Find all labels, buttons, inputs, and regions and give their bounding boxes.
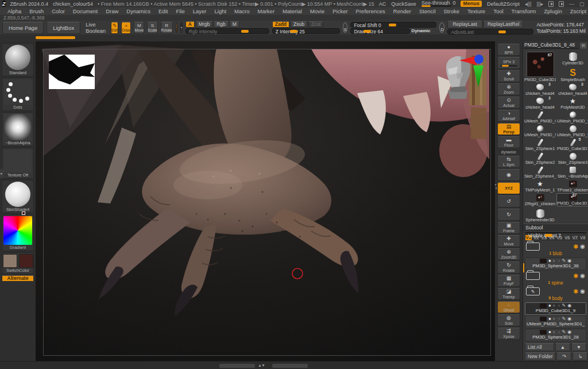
menu-item[interactable]: Transform <box>508 8 540 14</box>
ac-button[interactable]: AC <box>379 1 386 7</box>
menus-button[interactable]: Menus <box>461 1 482 7</box>
rgb-button[interactable]: Rgb <box>214 21 229 28</box>
menu-item[interactable]: Layer <box>189 8 211 14</box>
menu-item[interactable]: Stroke <box>440 8 463 14</box>
tool-item[interactable]: 67 PM3D_Cube3D1 <box>556 193 588 206</box>
menu-item[interactable]: Alpha <box>3 8 25 14</box>
right-shelf-button[interactable]: ◉ <box>497 169 520 181</box>
restore-icon[interactable]: ▢ <box>579 1 585 7</box>
scale-button[interactable]: SScale <box>147 22 157 34</box>
tool-item[interactable]: S SimpleBrush <box>556 67 588 82</box>
tool-item[interactable]: UMesh_PM3D_C <box>524 110 556 124</box>
zadd-button[interactable]: Zadd <box>272 21 289 28</box>
right-shelf-button[interactable]: ⇆ L.Sym <box>497 156 520 168</box>
canvas-3d-view[interactable] <box>36 41 495 361</box>
menu-item[interactable]: Texture <box>463 8 489 14</box>
tool-item[interactable]: 3 chicken_head4 <box>556 83 588 96</box>
sculpt-canvas[interactable] <box>36 41 495 361</box>
subtool-folder-body[interactable]: ✎ ✱ ◉ <box>525 286 586 295</box>
menu-item[interactable]: Stencil <box>415 8 440 14</box>
left-tray-grip[interactable]: ◂ <box>0 169 4 178</box>
zsub-button[interactable]: Zsub <box>291 21 307 28</box>
tool-item[interactable]: ZRig#1_chicken <box>524 193 556 206</box>
lightbox-drag-bar[interactable] <box>36 36 75 39</box>
sculpt-icon[interactable]: ✎ <box>562 317 566 321</box>
right-shelf-button[interactable]: ◑ AAHalf <box>497 110 520 122</box>
new-folder-button[interactable]: New Folder <box>525 352 555 360</box>
m-button[interactable]: M <box>230 21 239 28</box>
rotate-button[interactable]: RRotate <box>161 22 173 34</box>
edit-button[interactable]: ✎Edit <box>111 22 118 34</box>
shade2-icon[interactable]: ◑ <box>558 303 560 308</box>
menu-item[interactable]: Movie <box>306 8 328 14</box>
right-shelf-button[interactable]: XYZ <box>497 182 520 194</box>
replay-last-button[interactable]: ReplayLast <box>447 21 482 28</box>
eye-icon[interactable]: ◉ <box>567 330 571 335</box>
right-shelf-button[interactable]: SPix 3 <box>497 57 520 69</box>
tool-item[interactable]: Skin_~BrushAlp <box>556 166 588 179</box>
eye-icon[interactable]: ◉ <box>567 303 571 308</box>
tab-v8[interactable]: V8 <box>579 235 587 241</box>
menu-item[interactable]: Edit <box>154 8 172 14</box>
brush-selector[interactable]: Standard <box>2 43 34 76</box>
shade-icon[interactable]: ◐ <box>553 259 556 263</box>
visible-count-slider[interactable]: Visible Count 7 <box>525 232 586 233</box>
menu-item[interactable]: Material <box>278 8 306 14</box>
right-shelf-button[interactable]: ◌ Ghost <box>497 301 520 313</box>
tool-item[interactable]: Skin_ZSphere2 <box>524 152 556 165</box>
shade-icon[interactable]: ◐ <box>553 330 556 335</box>
live-boolean-button[interactable]: Live Boolean <box>83 21 108 34</box>
eye-icon[interactable]: ◉ <box>580 244 585 249</box>
menu-item[interactable]: Light <box>210 8 230 14</box>
right-shelf-button[interactable]: ✚ Move <box>497 235 520 247</box>
subtool-item[interactable]: ● ◐ ◑ ✎ ◉ PM3D_Sphere3D1_36 <box>525 257 586 270</box>
move-up-button[interactable]: ▲ <box>555 343 570 351</box>
quicksave-button[interactable]: QuickSave <box>391 1 416 7</box>
secondary-color-swatch[interactable] <box>19 254 33 268</box>
right-shelf-button[interactable]: ↺ <box>497 195 520 207</box>
menu-item[interactable]: Macro <box>230 8 253 14</box>
menu-item[interactable]: Preferences <box>352 8 389 14</box>
current-tool-name[interactable]: PM3D_Cube3D1_9_48 <box>524 42 579 49</box>
tool-item[interactable]: UMesh_PM3D_S <box>556 124 588 137</box>
material-selector[interactable]: SkinShade4 <box>2 180 34 213</box>
color-picker[interactable]: Gradient <box>2 214 34 251</box>
tab-v7[interactable]: V7 <box>571 235 579 241</box>
rgb-intensity-slider[interactable]: Rgb Intensity <box>185 28 269 34</box>
subtool-item-selected[interactable]: ● ◐ ◑ ✎ ◉ PM3D_Cube3D1_9 <box>525 302 586 315</box>
right-shelf-button[interactable]: ↻ Rotate <box>497 262 520 274</box>
eye-icon[interactable]: ◉ <box>567 259 571 263</box>
adjust-last-slider[interactable]: AdjustLast <box>447 29 533 34</box>
menu-item[interactable]: File <box>172 8 188 14</box>
tool-item[interactable]: UMesh_PM3D_S <box>556 110 588 124</box>
current-material-icon[interactable] <box>180 22 183 33</box>
main-color-swatch[interactable] <box>3 254 17 268</box>
tool-item[interactable]: TPose1_chicken <box>556 179 588 193</box>
right-shelf-button[interactable]: ✚ Scroll <box>497 70 520 82</box>
texture-selector[interactable]: Texture Off <box>2 148 34 179</box>
subtool-item[interactable]: ● ◐ ◑ ✎ ◉ PM3D_Sphere3D1_28 <box>525 329 586 341</box>
right-shelf-button[interactable]: ◪ Transp <box>497 288 520 300</box>
eye-icon[interactable]: ◉ <box>567 317 571 321</box>
timeline-segment[interactable] <box>219 364 255 368</box>
shade2-icon[interactable]: ◑ <box>558 317 560 321</box>
polypaint-icon[interactable]: ● <box>548 303 551 308</box>
tool-item[interactable]: 67 PM3D_Cube3D1 <box>524 50 556 82</box>
menu-item[interactable]: Tool <box>489 8 507 14</box>
right-shelf-button[interactable]: ⊙ Actual <box>497 97 520 109</box>
subtool-header[interactable]: Subtool <box>523 224 588 231</box>
move-into-button[interactable]: ↳ <box>572 352 587 360</box>
dynamic-label[interactable]: Dynamic <box>411 28 430 33</box>
r-button[interactable]: R <box>580 43 587 49</box>
home-page-button[interactable]: Home Page <box>2 22 44 34</box>
copy-document-icon[interactable] <box>548 1 554 7</box>
switch-color[interactable]: SwitchColor <box>2 252 34 274</box>
lightbox-button[interactable]: LightBox <box>47 22 80 34</box>
tool-item[interactable]: UMesh_PM3D_S <box>524 124 556 137</box>
right-shelf-button[interactable]: ▣ Frame <box>497 222 520 234</box>
right-shelf-button[interactable]: ▦ PolyF <box>497 275 520 287</box>
shade-icon[interactable]: ◐ <box>553 303 556 308</box>
a-button[interactable]: A <box>185 21 195 28</box>
polypaint-icon[interactable]: ● <box>548 317 551 321</box>
right-shelf-button[interactable]: ▬ Floor <box>497 136 520 148</box>
